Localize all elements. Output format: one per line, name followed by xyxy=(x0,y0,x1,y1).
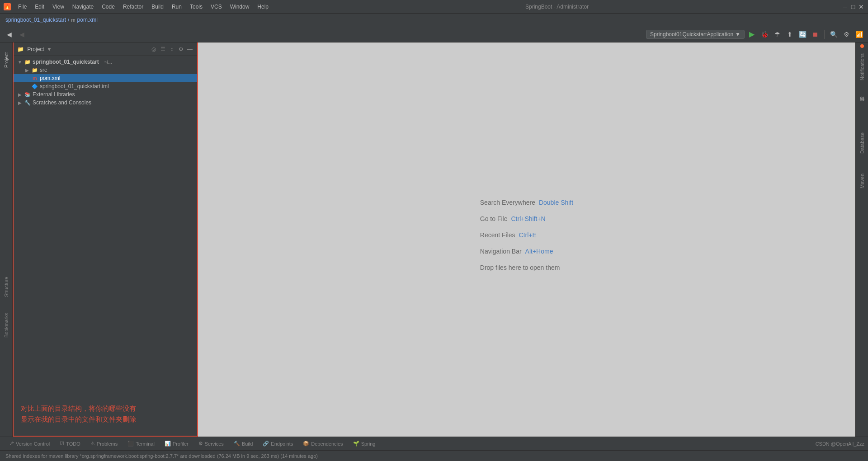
status-tab-terminal[interactable]: ⬛ Terminal xyxy=(123,440,159,447)
run-button[interactable]: ▶ xyxy=(746,29,757,40)
hint-shortcut-goto: Ctrl+Shift+N xyxy=(511,215,545,222)
breadcrumb-project[interactable]: springboot_01_quickstart xyxy=(5,17,66,23)
status-tab-build[interactable]: 🔨 Build xyxy=(229,440,257,447)
app-logo: 🔥 xyxy=(4,3,11,10)
panel-action-hide[interactable]: — xyxy=(186,46,193,53)
tree-item-iml[interactable]: 🔷 springboot_01_quickstart.iml xyxy=(14,82,197,90)
run-config-selector[interactable]: Springboot01QuickstartApplication ▼ xyxy=(646,30,745,39)
status-tab-spring[interactable]: 🌱 Spring xyxy=(349,440,380,447)
coverage-button[interactable]: ☂ xyxy=(772,29,783,40)
status-tab-services[interactable]: ⚙ Services xyxy=(194,440,228,447)
database-tool[interactable]: Database xyxy=(857,125,868,161)
menu-item-tools[interactable]: Tools xyxy=(186,3,206,11)
tree-item-ext-libs[interactable]: ▶ 📚 External Libraries xyxy=(14,90,197,99)
minimize-button[interactable]: ─ xyxy=(842,4,848,10)
collab-tool[interactable]: 代码与协作 xyxy=(857,87,868,123)
panel-action-collapse[interactable]: ↕ xyxy=(168,46,175,53)
status-right-user: CSDN @OpenAll_Zzz xyxy=(816,441,864,447)
panel-dropdown-icon[interactable]: ▼ xyxy=(47,46,52,52)
menu-item-window[interactable]: Window xyxy=(226,3,253,11)
menu-item-code[interactable]: Code xyxy=(98,3,118,11)
maximize-button[interactable]: □ xyxy=(850,4,856,10)
panel-action-layout[interactable]: ☰ xyxy=(159,46,166,53)
tree-root-path: ~/... xyxy=(104,60,112,65)
menu-item-refactor[interactable]: Refactor xyxy=(119,3,147,11)
notifications-tool[interactable]: Notifications xyxy=(857,49,868,85)
panel-title-label: Project xyxy=(27,46,44,52)
menu-item-file[interactable]: File xyxy=(14,3,30,11)
stop-button[interactable]: ⏹ xyxy=(810,29,821,40)
bookmarks-tool[interactable]: Bookmarks xyxy=(4,309,9,341)
tree-arrow-scratches: ▶ xyxy=(17,100,23,105)
hint-nav-bar: Navigation Bar Alt+Home xyxy=(480,248,573,255)
status-tab-label-terminal: Terminal xyxy=(136,441,155,447)
back-button[interactable]: ◀ xyxy=(4,29,14,40)
maven-tool[interactable]: Maven xyxy=(857,163,868,199)
breadcrumb-file[interactable]: pom.xml xyxy=(77,17,98,23)
tree-item-pom[interactable]: m pom.xml xyxy=(14,74,197,82)
hint-shortcut-search: Double Shift xyxy=(539,199,573,206)
status-tab-dependencies[interactable]: 📦 Dependencies xyxy=(298,440,347,447)
vcs-update-button[interactable]: 📶 xyxy=(854,29,864,40)
panel-title: 📁 Project ▼ xyxy=(17,46,147,52)
left-bottom-tools: Structure Bookmarks xyxy=(0,271,13,341)
tree-arrow-iml xyxy=(24,84,30,89)
panel-action-scope[interactable]: ◎ xyxy=(150,46,157,53)
panel-header: 📁 Project ▼ ◎ ☰ ↕ ⚙ — xyxy=(14,42,197,56)
menu-item-run[interactable]: Run xyxy=(168,3,185,11)
window-controls: ─ □ ✕ xyxy=(842,4,864,10)
status-tab-label-profiler: Profiler xyxy=(173,441,189,447)
project-tool-button[interactable]: Project xyxy=(1,44,12,76)
menu-item-navigate[interactable]: Navigate xyxy=(69,3,97,11)
menu-item-vcs[interactable]: VCS xyxy=(207,3,226,11)
menu-item-build[interactable]: Build xyxy=(148,3,167,11)
menu-item-edit[interactable]: Edit xyxy=(31,3,48,11)
search-everywhere-button[interactable]: 🔍 xyxy=(828,29,839,40)
spring-icon: 🌱 xyxy=(353,441,359,447)
menu-item-help[interactable]: Help xyxy=(254,3,272,11)
tree-item-scratches[interactable]: ▶ 🔧 Scratches and Consoles xyxy=(14,99,197,107)
profile-button[interactable]: ⬆ xyxy=(784,29,795,40)
status-bar: ⎇ Version Control ☑ TODO ⚠ Problems ⬛ Te… xyxy=(0,437,868,450)
tree-arrow-src: ▶ xyxy=(24,67,30,73)
close-button[interactable]: ✕ xyxy=(858,4,864,10)
structure-tool[interactable]: Structure xyxy=(4,271,9,303)
editor-hints: Search Everywhere Double Shift Go to Fil… xyxy=(480,199,573,280)
scrollbar-track[interactable] xyxy=(14,432,197,436)
toolbar-left: ◀ ◀ xyxy=(4,29,27,40)
menu-item-view[interactable]: View xyxy=(49,3,68,11)
dependencies-icon: 📦 xyxy=(303,441,309,447)
status-tab-endpoints[interactable]: 🔗 Endpoints xyxy=(258,440,297,447)
status-tab-problems[interactable]: ⚠ Problems xyxy=(86,440,122,447)
debug-button[interactable]: 🐞 xyxy=(759,29,770,40)
breadcrumb-file-icon: m xyxy=(71,17,75,23)
tree-item-src[interactable]: ▶ 📁 src xyxy=(14,66,197,74)
toolbar: ◀ ◀ Springboot01QuickstartApplication ▼ … xyxy=(0,26,868,42)
hint-label-nav: Navigation Bar xyxy=(480,248,522,255)
hint-goto-file: Go to File Ctrl+Shift+N xyxy=(480,215,573,222)
hint-label-drop: Drop files here to open them xyxy=(480,264,560,271)
editor-area[interactable]: Search Everywhere Double Shift Go to Fil… xyxy=(198,42,855,437)
more-run-button[interactable]: 🔄 xyxy=(797,29,808,40)
panel-action-settings[interactable]: ⚙ xyxy=(177,46,184,53)
status-tab-label-dependencies: Dependencies xyxy=(311,441,343,447)
pom-icon: m xyxy=(32,75,38,81)
hint-label-goto: Go to File xyxy=(480,215,508,222)
status-tab-todo[interactable]: ☑ TODO xyxy=(55,440,85,447)
tree-label-scratches: Scratches and Consoles xyxy=(33,99,91,106)
hint-recent-files: Recent Files Ctrl+E xyxy=(480,231,573,239)
tree-item-root[interactable]: ▼ 📁 springboot_01_quickstart ~/... xyxy=(14,58,197,66)
status-tab-profiler[interactable]: 📊 Profiler xyxy=(160,440,193,447)
forward-button[interactable]: ◀ xyxy=(16,29,27,40)
settings-button[interactable]: ⚙ xyxy=(841,29,852,40)
hint-shortcut-nav: Alt+Home xyxy=(525,248,553,255)
status-tab-label-vc: Version Control xyxy=(16,441,50,447)
tree-label-root: springboot_01_quickstart xyxy=(33,59,99,65)
right-sidebar: Notifications 代码与协作 Database Maven xyxy=(855,42,868,437)
problems-icon: ⚠ xyxy=(90,441,95,447)
terminal-icon: ⬛ xyxy=(127,441,134,447)
status-tab-version-control[interactable]: ⎇ Version Control xyxy=(4,440,54,447)
status-tab-label-spring: Spring xyxy=(361,441,376,447)
status-tab-label-endpoints: Endpoints xyxy=(271,441,293,447)
main-content: Project 📁 Project ▼ ◎ ☰ ↕ ⚙ — ▼ 📁 spring… xyxy=(0,42,868,437)
